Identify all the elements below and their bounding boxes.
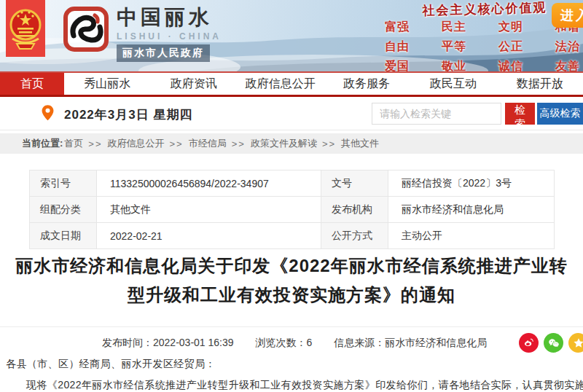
core-value-word: 公正 — [498, 39, 523, 55]
site-name: 中国丽水 — [117, 6, 222, 29]
info-source-label: 信息来源： — [334, 337, 385, 348]
core-value-word: 富强 — [385, 20, 410, 35]
article-title-line: 丽水市经济和信息化局关于印发《2022年丽水市经信系统推进产业转 — [0, 251, 583, 281]
location-pin-icon — [41, 104, 55, 125]
breadcrumb-label: 当前位置: — [22, 137, 63, 150]
article-title-line: 型升级和工业有效投资实施方案》的通知 — [0, 281, 583, 310]
advanced-search-button[interactable]: 高级检索 — [537, 103, 583, 125]
core-value-word: 爱国 — [385, 59, 410, 71]
nav-item-home[interactable]: 首页 — [0, 73, 64, 95]
core-value-word: 自由 — [385, 39, 410, 55]
doc-info-label: 组配分类 — [30, 197, 97, 223]
share-buttons — [519, 333, 583, 353]
core-value-word: 平等 — [442, 39, 466, 55]
doc-info-value: 丽经信投资〔2022〕3号 — [388, 170, 555, 197]
doc-info-table: 索引号113325000026456894/2022-34907文号丽经信投资〔… — [29, 170, 555, 249]
share-wechat-icon[interactable] — [544, 333, 563, 353]
site-header: 中国丽水 LISHUI · CHINA 丽水市人民政府 社会主义核心价值观 富强… — [0, 0, 583, 71]
article-body: 各县（市、区）经商局、丽水开发区经贸局：现将《2022年丽水市经信系统推进产业转… — [6, 356, 582, 392]
national-emblem-icon — [6, 0, 45, 57]
doc-info-value: 其他文件 — [97, 197, 321, 223]
view-count: 浏览次数：6 — [255, 337, 312, 348]
date-search-bar: 2022年3月3日 星期四 检索 高级检索 — [0, 97, 583, 130]
info-source: 信息来源：丽水市经济和信息化局 — [334, 337, 487, 348]
doc-info-row: 索引号113325000026456894/2022-34907文号丽经信投资〔… — [30, 170, 555, 197]
breadcrumb-link: 其他文件 — [341, 137, 379, 150]
search-input[interactable] — [372, 103, 501, 125]
doc-info-label: 公开方式 — [321, 223, 388, 249]
article-meta-bar: 发布时间：2022-03-01 16:39 浏览次数：6 信息来源：丽水市经济和… — [0, 326, 583, 359]
breadcrumb-link[interactable]: 市经信局 — [189, 137, 227, 150]
breadcrumb-separator: >> — [170, 138, 184, 149]
core-values-row: 自由平等公正法治 — [385, 39, 580, 55]
doc-info-label: 文号 — [321, 170, 388, 197]
core-value-word: 诚信 — [498, 59, 523, 71]
nav-item-gov-info-disclosure[interactable]: 政府信息公开 — [237, 73, 324, 95]
core-values-row: 富强民主文明和谐 — [385, 20, 580, 35]
government-name: 丽水市人民政府 — [117, 44, 210, 62]
elderly-mode-button[interactable]: 进入 — [552, 3, 583, 28]
doc-info-label: 成文日期 — [30, 223, 97, 249]
doc-info-value: 丽水市经济和信息化局 — [388, 197, 555, 223]
breadcrumb-link[interactable]: 政策文件及解读 — [251, 137, 317, 150]
breadcrumb-separator: >> — [232, 138, 246, 149]
info-source-value: 丽水市经济和信息化局 — [385, 337, 487, 348]
lishui-seal-logo[interactable] — [63, 6, 109, 55]
publish-time: 发布时间：2022-03-01 16:39 — [102, 337, 234, 348]
core-values-row: 爱国敬业诚信友善 — [385, 59, 580, 71]
nav-item-gov-services[interactable]: 政务服务 — [324, 73, 410, 95]
doc-info-label: 发布机构 — [321, 197, 388, 223]
share-weibo-icon[interactable] — [519, 333, 539, 353]
nav-item-gov-news[interactable]: 政府资讯 — [151, 73, 238, 95]
core-value-word: 友善 — [555, 59, 580, 71]
doc-info-row: 组配分类其他文件发布机构丽水市经济和信息化局 — [30, 197, 555, 223]
breadcrumb-separator: >> — [88, 138, 102, 149]
share-qzone-icon[interactable] — [568, 333, 583, 353]
article-meta-line: 发布时间：2022-03-01 16:39 浏览次数：6 信息来源：丽水市经济和… — [102, 337, 506, 350]
doc-info-value: 113325000026456894/2022-34907 — [97, 170, 321, 197]
page: 中国丽水 LISHUI · CHINA 丽水市人民政府 社会主义核心价值观 富强… — [0, 0, 583, 392]
publish-time-value: 2022-03-01 16:39 — [153, 337, 234, 348]
article-title: 丽水市经济和信息化局关于印发《2022年丽水市经信系统推进产业转型升级和工业有效… — [0, 251, 583, 310]
publish-time-label: 发布时间： — [102, 337, 153, 348]
breadcrumb: 当前位置: 首页>>政府信息公开>>市经信局>>政策文件及解读>>其他文件 — [0, 133, 583, 154]
site-title-block[interactable]: 中国丽水 LISHUI · CHINA 丽水市人民政府 — [117, 6, 222, 62]
nav-item-xiushan-lishui[interactable]: 秀山丽水 — [64, 73, 151, 95]
core-value-word: 法治 — [555, 39, 580, 55]
view-count-value: 6 — [306, 337, 312, 348]
core-values-grid: 富强民主文明和谐自由平等公正法治爱国敬业诚信友善 — [385, 20, 580, 71]
doc-info-row: 成文日期2022-02-21公开方式主动公开 — [30, 223, 555, 249]
doc-info-value: 主动公开 — [388, 223, 555, 249]
search-button[interactable]: 检索 — [505, 103, 535, 125]
article-paragraph: 各县（市、区）经商局、丽水开发区经贸局： — [6, 356, 582, 372]
breadcrumb-link[interactable]: 首页 — [64, 137, 83, 150]
core-value-word: 民主 — [442, 20, 466, 35]
site-name-english: LISHUI · CHINA — [117, 31, 222, 42]
nav-item-open-data[interactable]: 数据开放 — [496, 73, 583, 95]
core-value-word: 敬业 — [442, 59, 466, 71]
view-count-label: 浏览次数： — [255, 337, 306, 348]
nav-item-public-interaction[interactable]: 政民互动 — [410, 73, 497, 95]
article-paragraph: 现将《2022年丽水市经信系统推进产业转型升级和工业有效投资实施方案》印发给你们… — [6, 377, 582, 392]
doc-info-value: 2022-02-21 — [97, 223, 321, 249]
core-value-word: 文明 — [498, 20, 523, 35]
breadcrumb-separator: >> — [322, 138, 336, 149]
breadcrumb-link[interactable]: 政府信息公开 — [108, 137, 165, 150]
doc-info-label: 索引号 — [30, 170, 97, 197]
current-date: 2022年3月3日 星期四 — [64, 106, 192, 123]
doc-info-body: 索引号113325000026456894/2022-34907文号丽经信投资〔… — [30, 170, 555, 249]
main-nav: 首页秀山丽水政府资讯政府信息公开政务服务政民互动数据开放 — [0, 71, 583, 97]
